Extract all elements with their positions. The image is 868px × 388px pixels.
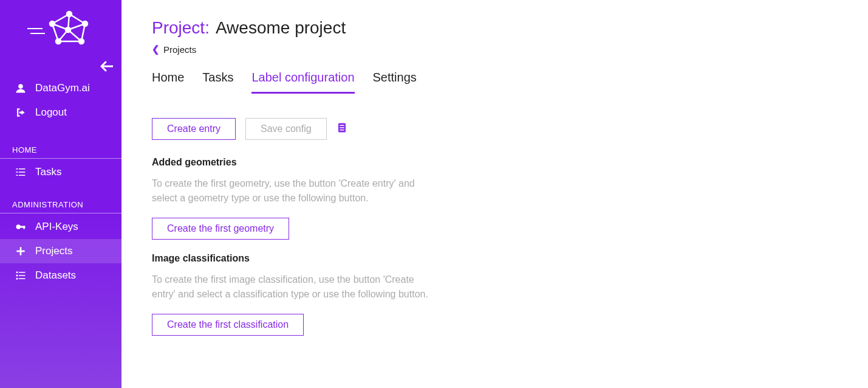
svg-point-19 (18, 84, 23, 89)
svg-line-8 (52, 14, 69, 24)
logo-icon (24, 8, 97, 50)
sidebar-section-admin: ADMINISTRATION (0, 190, 121, 213)
arrow-left-icon (100, 61, 113, 72)
tab-home[interactable]: Home (152, 71, 184, 94)
sidebar-item-label: Tasks (35, 166, 61, 178)
title-prefix: Project: (152, 18, 210, 38)
list-icon (15, 167, 27, 178)
svg-rect-39 (340, 127, 344, 128)
svg-line-15 (58, 30, 68, 41)
user-icon (15, 83, 27, 94)
svg-rect-22 (16, 171, 18, 173)
logo (0, 0, 121, 58)
svg-line-16 (68, 30, 81, 41)
section-help: To create the first geometry, use the bu… (152, 176, 431, 206)
toolbar: Create entry Save config (152, 118, 839, 140)
svg-rect-32 (19, 272, 26, 273)
sidebar-item-apikeys[interactable]: API-Keys (0, 215, 121, 239)
list-icon (15, 270, 27, 281)
svg-rect-25 (19, 175, 26, 176)
svg-rect-23 (19, 171, 26, 173)
tab-tasks[interactable]: Tasks (202, 71, 233, 94)
image-classifications-section: Image classifications To create the firs… (152, 253, 431, 336)
sidebar-item-projects[interactable]: Projects (0, 239, 121, 263)
tab-settings[interactable]: Settings (373, 71, 417, 94)
save-config-button: Save config (245, 118, 327, 140)
sidebar-section-home: HOME (0, 136, 121, 159)
logout-label: Logout (35, 106, 67, 119)
breadcrumb[interactable]: ❮ Projects (152, 44, 839, 55)
section-title: Image classifications (152, 253, 431, 264)
sidebar: DataGym.ai Logout HOME Tasks ADMINISTRAT… (0, 0, 121, 388)
svg-line-11 (68, 24, 85, 30)
create-entry-button[interactable]: Create entry (152, 118, 236, 140)
create-first-geometry-button[interactable]: Create the first geometry (152, 218, 289, 240)
sidebar-item-label: Projects (35, 245, 72, 257)
sidebar-item-label: Datasets (35, 269, 76, 282)
key-icon (15, 221, 27, 232)
page-title: Project: Awesome project (152, 18, 839, 38)
tab-label-configuration[interactable]: Label configuration (251, 71, 354, 94)
svg-point-31 (16, 271, 18, 273)
logout-icon (15, 107, 27, 118)
svg-point-33 (16, 275, 18, 277)
brand-link[interactable]: DataGym.ai (0, 76, 121, 100)
breadcrumb-label: Projects (163, 44, 196, 55)
sidebar-item-tasks[interactable]: Tasks (0, 160, 121, 184)
chevron-left-icon: ❮ (152, 44, 160, 55)
section-title: Added geometries (152, 157, 431, 168)
svg-line-9 (69, 14, 85, 24)
config-preview-button[interactable] (337, 122, 347, 136)
svg-rect-24 (16, 175, 18, 176)
main-content: Project: Awesome project ❮ Projects Home… (121, 0, 868, 388)
collapse-sidebar-button[interactable] (100, 61, 113, 74)
sidebar-item-datasets[interactable]: Datasets (0, 263, 121, 288)
plus-icon (15, 246, 27, 256)
svg-rect-28 (24, 226, 25, 229)
document-icon (337, 122, 347, 133)
brand-label: DataGym.ai (35, 82, 90, 94)
svg-rect-38 (340, 125, 344, 126)
svg-line-13 (81, 24, 85, 41)
added-geometries-section: Added geometries To create the first geo… (152, 157, 431, 240)
tabs: Home Tasks Label configuration Settings (152, 71, 839, 94)
project-name: Awesome project (216, 18, 346, 38)
svg-rect-20 (16, 168, 18, 170)
svg-rect-30 (16, 251, 24, 252)
create-first-classification-button[interactable]: Create the first classification (152, 314, 304, 336)
sidebar-item-label: API-Keys (35, 221, 78, 233)
svg-point-35 (16, 278, 18, 280)
svg-rect-21 (19, 168, 26, 170)
section-help: To create the first image classification… (152, 272, 431, 302)
svg-rect-36 (19, 279, 26, 280)
svg-rect-34 (19, 275, 26, 276)
svg-rect-40 (340, 130, 344, 131)
logout-button[interactable]: Logout (0, 100, 121, 125)
